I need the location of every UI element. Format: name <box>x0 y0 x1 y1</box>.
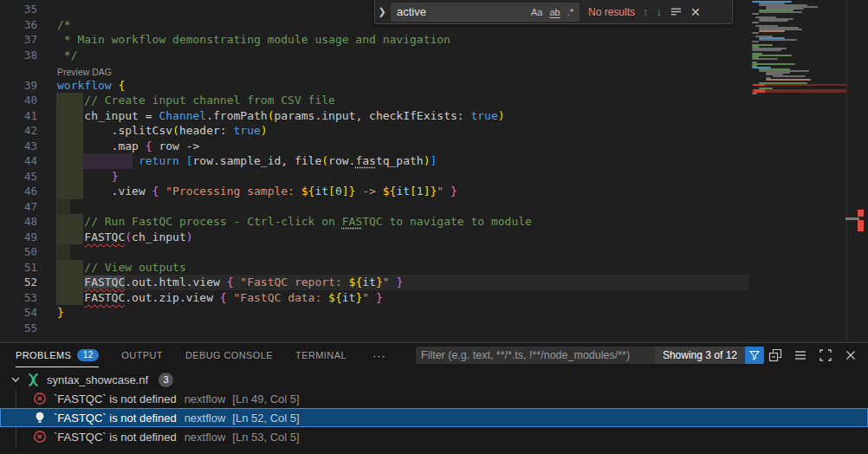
vscode-window: 3536/*37 * Main workflow demonstrating m… <box>0 0 868 454</box>
code-text: */ <box>57 49 77 62</box>
file-problem-count-badge: 3 <box>159 373 173 387</box>
maximize-panel-icon[interactable] <box>819 348 832 362</box>
minimap-code-bar <box>766 79 811 81</box>
overview-error-marker <box>858 220 864 231</box>
code-text: // View outputs <box>57 261 186 274</box>
code-text: /* <box>57 18 71 31</box>
code-text: FASTQC(ch_input) <box>57 230 193 243</box>
problems-filter-input[interactable] <box>416 347 655 364</box>
problems-filter-box: Showing 3 of 12 <box>416 347 764 364</box>
collapse-all-icon[interactable] <box>768 348 782 362</box>
code-text: FASTQC.out.zip.view { "FastQC data: ${it… <box>57 291 383 304</box>
problem-row[interactable]: `FASTQC` is not definednextflow[Ln 52, C… <box>0 408 868 427</box>
view-as-table-icon[interactable] <box>794 348 807 362</box>
code-line-44[interactable]: 44 return [row.sample_id, file(row.fastq… <box>0 153 749 169</box>
find-input[interactable] <box>397 5 527 18</box>
code-line-48[interactable]: 48 // Run FastQC process - Ctrl-click on… <box>0 214 749 230</box>
error-icon <box>33 430 47 444</box>
code-line-39[interactable]: 39workflow { <box>0 78 749 94</box>
minimap-error-bar <box>752 84 846 87</box>
code-line-51[interactable]: 51 // View outputs <box>0 260 749 276</box>
code-line-45[interactable]: 45 } <box>0 169 749 185</box>
problem-row[interactable]: `FASTQC` is not definednextflow[Ln 53, C… <box>0 427 868 446</box>
minimap-code-bar <box>752 22 759 23</box>
code-line-46[interactable]: 46 .view { "Processing sample: ${it[0]} … <box>0 184 749 199</box>
match-case-icon[interactable]: Aa <box>528 6 545 18</box>
previous-match-icon[interactable]: ↑ <box>643 5 649 18</box>
code-text: } <box>57 306 64 319</box>
line-number: 43 <box>0 139 57 152</box>
find-in-selection-icon[interactable] <box>670 5 683 18</box>
code-text: workflow { <box>57 79 125 92</box>
close-find-icon[interactable]: ✕ <box>690 5 701 19</box>
code-line-52[interactable]: 52 FASTQC.out.html.view { "FastQC report… <box>0 275 749 290</box>
file-name: syntax_showcase.nf <box>47 373 148 386</box>
problems-tree: syntax_showcase.nf 3 `FASTQC` is not def… <box>0 367 868 446</box>
problem-source: nextflow <box>185 431 226 444</box>
filter-funnel-icon[interactable] <box>745 347 764 364</box>
minimap-code-bar <box>752 58 778 60</box>
line-number: 48 <box>0 215 57 228</box>
code-line-37[interactable]: 37 * Main workflow demonstrating module … <box>0 32 749 48</box>
find-input-box[interactable]: Aa ab .* <box>391 3 580 22</box>
tab-terminal[interactable]: TERMINAL <box>295 343 347 367</box>
code-line-53[interactable]: 53 FASTQC.out.zip.view { "FastQC data: $… <box>0 290 749 306</box>
minimap-code-bar <box>759 20 788 22</box>
code-line-40[interactable]: 40 // Create input channel from CSV file <box>0 93 749 108</box>
line-number: 52 <box>0 276 57 289</box>
code-line-42[interactable]: 42 .splitCsv(header: true) <box>0 123 749 139</box>
chevron-down-icon[interactable] <box>9 373 23 386</box>
code-text: return [row.sample_id, file(row.fastq_pa… <box>57 154 437 167</box>
regex-icon[interactable]: .* <box>565 6 576 18</box>
problem-location: [Ln 49, Col 5] <box>232 392 299 405</box>
tab-problems-label: PROBLEMS <box>16 350 71 360</box>
code-line-55[interactable]: 55 <box>0 321 749 336</box>
code-line-43[interactable]: 43 .map { row -> <box>0 139 749 154</box>
code-editor[interactable]: 3536/*37 * Main workflow demonstrating m… <box>0 0 868 342</box>
code-line-50[interactable]: 50 <box>0 244 749 260</box>
problem-row[interactable]: `FASTQC` is not definednextflow[Ln 49, C… <box>0 389 868 408</box>
next-match-icon[interactable]: ↓ <box>657 5 663 18</box>
code-line-47[interactable]: 47 <box>0 199 749 215</box>
code-lines: 3536/*37 * Main workflow demonstrating m… <box>0 2 749 335</box>
minimap-border <box>846 0 847 342</box>
lightbulb-icon <box>33 411 47 425</box>
code-text: } <box>57 170 118 183</box>
code-line-41[interactable]: 41 ch_input = Channel.fromPath(params.in… <box>0 108 749 124</box>
code-line-49[interactable]: 49 FASTQC(ch_input) <box>0 230 749 245</box>
line-number: 46 <box>0 185 57 198</box>
find-expand-chevron-icon[interactable]: ❯ <box>375 0 389 23</box>
problems-file-row[interactable]: syntax_showcase.nf 3 <box>0 370 868 389</box>
minimap-code-bar <box>759 11 802 13</box>
more-tabs-icon[interactable]: ··· <box>372 349 386 362</box>
panel-header: PROBLEMS 12 OUTPUT DEBUG CONSOLE TERMINA… <box>0 343 868 367</box>
code-text: .map { row -> <box>57 139 199 152</box>
tab-problems[interactable]: PROBLEMS 12 <box>16 343 99 367</box>
line-number: 42 <box>0 124 57 137</box>
code-text: .splitCsv(header: true) <box>57 124 268 137</box>
codelens-preview-dag[interactable]: Preview DAG <box>0 62 749 78</box>
nextflow-file-icon <box>26 373 41 387</box>
tab-debug-console[interactable]: DEBUG CONSOLE <box>185 343 273 367</box>
line-number: 49 <box>0 230 57 243</box>
line-number: 54 <box>0 306 57 319</box>
overview-ruler[interactable] <box>853 0 868 342</box>
whole-word-icon[interactable]: ab <box>547 6 562 18</box>
tab-output[interactable]: OUTPUT <box>121 343 163 367</box>
minimap-code-bar <box>752 63 795 65</box>
minimap-code-bar <box>752 13 759 15</box>
close-panel-icon[interactable] <box>844 348 858 362</box>
problem-message: `FASTQC` is not defined <box>54 392 177 405</box>
code-text: // Run FastQC process - Ctrl-click on FA… <box>57 215 532 228</box>
line-number: 37 <box>0 33 57 46</box>
code-line-54[interactable]: 54} <box>0 305 749 321</box>
line-number: 53 <box>0 291 57 304</box>
code-line-38[interactable]: 38 */ <box>0 48 749 63</box>
line-number: 55 <box>0 321 57 334</box>
problems-count-badge: 12 <box>77 349 99 361</box>
line-number: 40 <box>0 94 57 107</box>
minimap[interactable] <box>752 0 846 342</box>
line-number: 51 <box>0 261 57 274</box>
problem-location: [Ln 53, Col 5] <box>232 431 299 444</box>
minimap-code-bar <box>773 75 806 77</box>
